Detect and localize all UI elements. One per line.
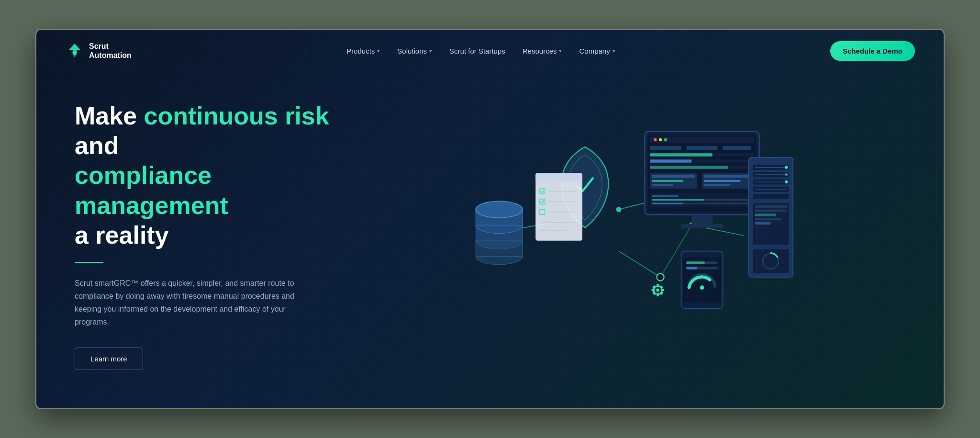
page-wrapper: Scrut Automation Products ▾ Solutions ▾ … [36,30,944,409]
hero-content: Make continuous risk and compliance mana… [75,101,333,371]
logo-area[interactable]: Scrut Automation [65,41,132,60]
chevron-down-icon: ▾ [377,48,380,54]
hero-title-highlight: continuous risk [144,102,329,130]
browser-frame: Scrut Automation Products ▾ Solutions ▾ … [35,29,945,410]
hero-title-plain: Make [75,102,144,130]
nav-links: Products ▾ Solutions ▾ Scrut for Startup… [346,47,615,55]
schedule-demo-button[interactable]: Schedule a Demo [830,41,915,61]
hero-title: Make continuous risk and compliance mana… [75,101,333,250]
nav-item-company[interactable]: Company ▾ [579,47,615,55]
navbar: Scrut Automation Products ▾ Solutions ▾ … [36,30,944,72]
chevron-down-icon: ▾ [429,48,432,54]
hero-title-highlight2: compliance management [75,161,228,219]
nav-item-startups[interactable]: Scrut for Startups [449,47,505,55]
learn-more-button[interactable]: Learn more [75,348,143,370]
logo-text: Scrut Automation [89,42,132,60]
hero-title-mid: and [75,132,119,159]
hero-description: Scrut smartGRC™ offers a quicker, simple… [75,277,314,329]
chevron-down-icon: ▾ [612,48,615,54]
nav-item-solutions[interactable]: Solutions ▾ [397,47,432,55]
hero-title-end: a reality [75,221,169,249]
title-divider [75,262,103,263]
logo-icon [65,41,84,60]
nav-item-products[interactable]: Products ▾ [346,47,380,55]
chevron-down-icon: ▾ [559,48,562,54]
nav-item-resources[interactable]: Resources ▾ [523,47,562,55]
